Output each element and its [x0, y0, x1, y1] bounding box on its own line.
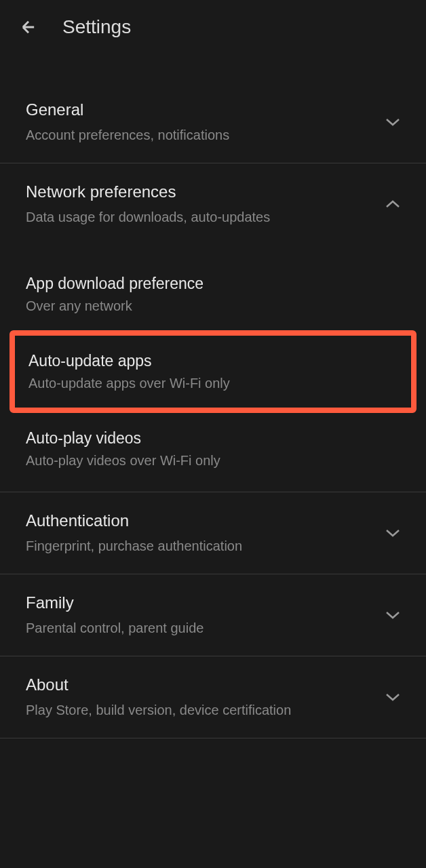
- section-subtitle: Parental control, parent guide: [26, 619, 374, 637]
- settings-list: General Account preferences, notificatio…: [0, 81, 426, 738]
- section-text: About Play Store, build version, device …: [26, 675, 374, 719]
- chevron-down-icon: [385, 115, 400, 130]
- section-text: Family Parental control, parent guide: [26, 593, 374, 637]
- back-arrow-icon[interactable]: [19, 18, 38, 37]
- sub-item-app-download-preference[interactable]: App download preference Over any network: [0, 258, 426, 330]
- chevron-down-icon: [385, 690, 400, 705]
- section-subtitle: Fingerprint, purchase authentication: [26, 537, 374, 555]
- section-subtitle: Play Store, build version, device certif…: [26, 701, 374, 719]
- header: Settings: [0, 0, 426, 54]
- sub-item-auto-update-apps[interactable]: Auto-update apps Auto-update apps over W…: [9, 330, 417, 413]
- section-text: Network preferences Data usage for downl…: [26, 182, 374, 226]
- sub-item-title: Auto-update apps: [28, 352, 398, 370]
- sub-item-title: App download preference: [26, 275, 400, 293]
- sub-item-auto-play-videos[interactable]: Auto-play videos Auto-play videos over W…: [0, 413, 426, 485]
- chevron-down-icon: [385, 526, 400, 540]
- section-about[interactable]: About Play Store, build version, device …: [0, 656, 426, 738]
- sub-item-subtitle: Auto-play videos over Wi-Fi only: [26, 453, 400, 469]
- section-title: Network preferences: [26, 182, 374, 201]
- chevron-up-icon: [385, 197, 400, 212]
- section-authentication[interactable]: Authentication Fingerprint, purchase aut…: [0, 492, 426, 574]
- sub-item-title: Auto-play videos: [26, 429, 400, 448]
- section-subtitle: Data usage for downloads, auto-updates: [26, 208, 374, 226]
- network-sub-items: App download preference Over any network…: [0, 245, 426, 492]
- section-title: General: [26, 100, 374, 119]
- section-general[interactable]: General Account preferences, notificatio…: [0, 81, 426, 163]
- section-title: About: [26, 675, 374, 694]
- sub-item-subtitle: Over any network: [26, 298, 400, 314]
- section-subtitle: Account preferences, notifications: [26, 126, 374, 144]
- section-title: Family: [26, 593, 374, 612]
- chevron-down-icon: [385, 608, 400, 623]
- section-title: Authentication: [26, 511, 374, 530]
- section-network-preferences[interactable]: Network preferences Data usage for downl…: [0, 163, 426, 245]
- page-title: Settings: [62, 16, 131, 38]
- section-text: General Account preferences, notificatio…: [26, 100, 374, 144]
- section-text: Authentication Fingerprint, purchase aut…: [26, 511, 374, 555]
- sub-item-subtitle: Auto-update apps over Wi-Fi only: [28, 376, 398, 391]
- section-family[interactable]: Family Parental control, parent guide: [0, 574, 426, 656]
